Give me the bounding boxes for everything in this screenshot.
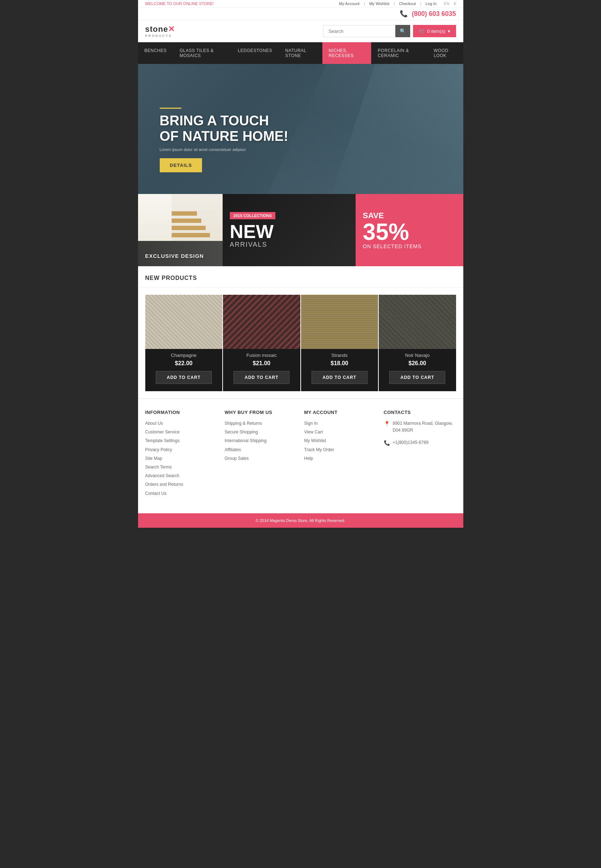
footer-help[interactable]: Help — [304, 455, 377, 462]
footer-why-buy-title: WHY BUY FROM US — [225, 410, 297, 415]
product-card-champagne: Champagne $22.00 ADD TO CART — [145, 295, 223, 391]
cart-arrow: ▾ — [448, 29, 450, 34]
banner-save[interactable]: SAVE 35% ON SELECTED ITEMS — [355, 194, 463, 266]
footer-track-order[interactable]: Track My Order — [304, 446, 377, 453]
product-name-strands: Strands — [305, 353, 375, 358]
footer-international-shipping[interactable]: International Shipping — [225, 437, 297, 444]
hero-accent-line — [160, 108, 182, 109]
add-to-cart-strands[interactable]: ADD TO CART — [311, 371, 368, 384]
phone-contact-icon: 📞 — [384, 440, 390, 446]
banner-exclusive[interactable]: EXCLUSIVE DESIGN — [138, 194, 223, 266]
product-price-noir: $26.00 — [382, 360, 453, 367]
footer-site-map[interactable]: Site Map — [145, 455, 218, 462]
banner-save-pct: 35% — [363, 220, 456, 244]
cart-label: 0 item(s) — [427, 29, 445, 34]
footer-template-settings[interactable]: Template Settings — [145, 437, 218, 444]
footer-col-information: INFORMATION About Us Customer Service Te… — [145, 410, 218, 499]
copyright-text: © 2014 Magento Demo Store. All Rights Re… — [256, 518, 345, 523]
products-grid: Champagne $22.00 ADD TO CART Fusion mosa… — [138, 288, 463, 398]
footer-col-account: MY ACCOUNT Sign In View Cart My Wishlist… — [304, 410, 377, 499]
banner-exclusive-label: EXCLUSIVE DESIGN — [145, 253, 204, 259]
footer-phone-text: +1(800)1345-6789 — [393, 439, 429, 446]
product-name-fusion: Fusion mosaic — [227, 353, 297, 358]
cart-button[interactable]: 🛒 0 item(s) ▾ — [413, 25, 456, 37]
footer-account-title: MY ACCOUNT — [304, 410, 377, 415]
product-info-noir: Noir Navajo $26.00 ADD TO CART — [379, 349, 456, 391]
add-to-cart-champagne[interactable]: ADD TO CART — [156, 371, 212, 384]
footer-bottom: © 2014 Magento Demo Store. All Rights Re… — [138, 513, 463, 528]
footer-group-sales[interactable]: Group Sales — [225, 455, 297, 462]
footer-address-text: 8901 Marmora Road, Glasgow, D04 89GR — [393, 420, 456, 434]
logo[interactable]: stone✕ PRODUCTS — [145, 24, 175, 38]
nav-niches[interactable]: NICHES, RECESSES — [322, 42, 372, 64]
footer-privacy-policy[interactable]: Privacy Policy — [145, 446, 218, 453]
banner-new-tag: 2015 COLLECTIONS — [230, 212, 275, 219]
nav-wood-look[interactable]: WOOD LOOK — [427, 42, 463, 64]
hero-title: BRING A TOUCH OF NATURE HOME! — [160, 113, 288, 145]
my-wishlist-link[interactable]: My Wishlist — [369, 2, 390, 6]
phone-icon: 📞 — [400, 10, 408, 17]
login-link[interactable]: Log In — [426, 2, 437, 6]
nav-glass-tiles[interactable]: GLASS TILES & MOSAICS — [173, 42, 231, 64]
search-area: 🔍 🛒 0 item(s) ▾ — [323, 25, 456, 37]
section-title: NEW PRODUCTS — [138, 266, 463, 288]
footer-view-cart[interactable]: View Cart — [304, 429, 377, 436]
hero-banner: BRING A TOUCH OF NATURE HOME! Lorem ipsu… — [138, 64, 463, 194]
product-card-fusion: Fusion mosaic $21.00 ADD TO CART — [223, 295, 300, 391]
footer-about-us[interactable]: About Us — [145, 420, 218, 427]
banner-new[interactable]: 2015 COLLECTIONS NEW ARRIVALS — [223, 194, 355, 266]
footer-grid: INFORMATION About Us Customer Service Te… — [145, 410, 456, 506]
search-input[interactable] — [323, 25, 395, 37]
welcome-text: WELCOME TO OUR ONLINE STORE! — [145, 2, 214, 6]
footer: INFORMATION About Us Customer Service Te… — [138, 398, 463, 513]
footer-col-contacts: CONTACTS 📍 8901 Marmora Road, Glasgow, D… — [384, 410, 456, 499]
footer-col-why-buy: WHY BUY FROM US Shipping & Returns Secur… — [225, 410, 297, 499]
products-section: NEW PRODUCTS Champagne $22.00 ADD TO CAR… — [138, 266, 463, 398]
banner-new-title: NEW — [230, 222, 348, 241]
nav-ledgestones[interactable]: LEDGESTONES — [231, 42, 279, 64]
footer-sign-in[interactable]: Sign In — [304, 420, 377, 427]
footer-orders-returns[interactable]: Orders and Returns — [145, 481, 218, 488]
hero-content: BRING A TOUCH OF NATURE HOME! Lorem ipsu… — [160, 108, 288, 172]
footer-contacts-title: CONTACTS — [384, 410, 456, 415]
logo-name: stone✕ PRODUCTS — [145, 24, 175, 38]
hero-subtitle: Lorem ipsum dolor sit amet consectetuer … — [160, 148, 288, 152]
nav-benches[interactable]: BENCHES — [138, 42, 173, 64]
product-card-noir: Noir Navajo $26.00 ADD TO CART — [379, 295, 456, 391]
banner-row: EXCLUSIVE DESIGN 2015 COLLECTIONS NEW AR… — [138, 194, 463, 266]
product-image-noir — [379, 295, 456, 349]
footer-phone-contact: 📞 +1(800)1345-6789 — [384, 439, 456, 448]
add-to-cart-noir[interactable]: ADD TO CART — [389, 371, 445, 384]
add-to-cart-fusion[interactable]: ADD TO CART — [233, 371, 290, 384]
product-price-champagne: $22.00 — [149, 360, 219, 367]
currency-selector[interactable]: $ — [453, 2, 456, 6]
footer-secure-shopping[interactable]: Secure Shopping — [225, 429, 297, 436]
footer-search-terms[interactable]: Search Terms — [145, 464, 218, 471]
footer-shipping-returns[interactable]: Shipping & Returns — [225, 420, 297, 427]
my-account-link[interactable]: My Account — [339, 2, 360, 6]
nav-natural-stone[interactable]: NATURAL STONE — [279, 42, 322, 64]
footer-information-title: INFORMATION — [145, 410, 218, 415]
cart-icon: 🛒 — [419, 28, 425, 34]
product-name-noir: Noir Navajo — [382, 353, 453, 358]
hero-details-button[interactable]: DETAILS — [160, 158, 202, 172]
language-selector[interactable]: EN — [444, 2, 449, 6]
footer-advanced-search[interactable]: Advanced Search — [145, 472, 218, 479]
search-button[interactable]: 🔍 — [395, 25, 410, 37]
checkout-link[interactable]: Checkout — [399, 2, 416, 6]
product-info-strands: Strands $18.00 ADD TO CART — [301, 349, 378, 391]
banner-save-sub: ON SELECTED ITEMS — [363, 244, 456, 249]
main-nav: BENCHES GLASS TILES & MOSAICS LEDGESTONE… — [138, 42, 463, 64]
phone-bar: 📞 (800) 603 6035 — [138, 8, 463, 20]
logo-sub: PRODUCTS — [145, 34, 175, 38]
product-price-fusion: $21.00 — [227, 360, 297, 367]
banner-new-sub: ARRIVALS — [230, 241, 348, 248]
product-image-champagne — [145, 295, 223, 349]
footer-affiliates[interactable]: Affiliates — [225, 446, 297, 453]
footer-my-wishlist[interactable]: My Wishlist — [304, 437, 377, 444]
nav-porcelain[interactable]: PORCELAIN & CERAMIC — [371, 42, 427, 64]
footer-customer-service[interactable]: Customer Service — [145, 429, 218, 436]
product-info-fusion: Fusion mosaic $21.00 ADD TO CART — [223, 349, 300, 391]
footer-contact-us[interactable]: Contact Us — [145, 490, 218, 497]
product-image-fusion — [223, 295, 300, 349]
